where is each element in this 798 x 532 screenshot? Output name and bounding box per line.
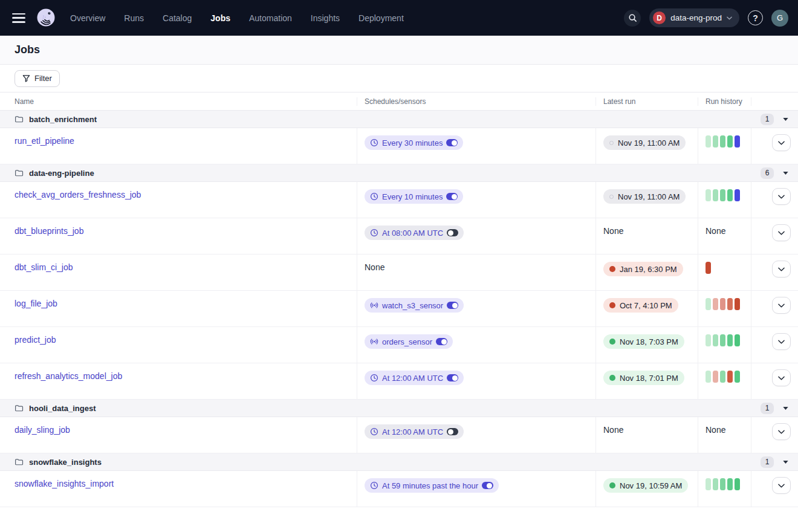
run-history-bars[interactable] [706,135,751,148]
success-icon [609,339,615,345]
sensor-icon [370,337,378,346]
nav-item-insights[interactable]: Insights [311,13,340,23]
expand-row-button[interactable] [772,369,791,386]
folder-icon [15,404,24,412]
collapse-group-button[interactable] [782,406,790,411]
collapse-group-button[interactable] [782,117,790,122]
deployment-switcher[interactable]: D data-eng-prod [649,8,739,27]
table-row: log_file_job watch_s3_sensor Oct 7, 4:10… [0,291,798,327]
table-row: predict_job orders_sensor Nov 18, 7:03 P… [0,327,798,363]
schedule-chip[interactable]: Every 10 minutes [365,189,463,204]
group-row-hooli-data-ingest[interactable]: hooli_data_ingest 1 [0,400,798,417]
latest-run-pill[interactable]: Nov 18, 7:03 PM [603,334,684,349]
failure-icon [609,266,615,272]
nav-item-automation[interactable]: Automation [249,13,292,23]
dagster-logo-icon[interactable] [35,7,57,29]
table-row: dbt_slim_ci_job None Jan 19, 6:30 PM [0,255,798,291]
table-row: dbt_blueprints_job At 08:00 AM UTC None … [0,218,798,255]
sensor-chip[interactable]: watch_s3_sensor [365,298,464,313]
toggle-on-icon[interactable] [436,338,447,345]
page-title: Jobs [15,44,40,56]
group-row-snowflake-insights[interactable]: snowflake_insights 1 [0,453,798,471]
user-avatar[interactable]: G [771,10,788,27]
toggle-off-icon[interactable] [447,428,458,435]
nav-item-jobs[interactable]: Jobs [210,13,230,23]
table-header: Name Schedules/sensors Latest run Run hi… [0,92,798,111]
run-history-bars[interactable] [706,334,751,346]
expand-row-button[interactable] [772,188,791,205]
menu-icon[interactable] [12,13,25,23]
job-link[interactable]: log_file_job [15,299,57,308]
table-row: snowflake_insights_import At 59 minutes … [0,471,798,507]
toolbar: Filter [0,65,798,92]
nav-item-overview[interactable]: Overview [70,13,105,23]
job-link[interactable]: predict_job [15,335,56,345]
in-progress-icon [609,195,614,199]
run-history-bars[interactable] [706,298,751,310]
column-header-latest-run: Latest run [596,97,698,106]
toggle-off-icon[interactable] [447,229,458,236]
expand-row-button[interactable] [772,333,791,350]
chevron-down-icon [778,340,785,344]
caret-down-icon [783,461,788,464]
search-button[interactable] [624,10,641,27]
group-row-data-eng-pipeline[interactable]: data-eng-pipeline 6 [0,164,798,182]
job-link[interactable]: dbt_blueprints_job [15,226,83,236]
toggle-on-icon[interactable] [446,139,458,146]
job-link[interactable]: snowflake_insights_import [15,479,114,488]
schedule-chip[interactable]: At 12:00 AM UTC [365,371,464,385]
latest-run-pill[interactable]: Nov 19, 10:59 AM [603,478,688,493]
schedule-chip[interactable]: At 59 minutes past the hour [365,478,499,493]
expand-row-button[interactable] [772,134,791,151]
expand-row-button[interactable] [772,477,791,494]
toggle-on-icon[interactable] [447,374,458,381]
nav-item-deployment[interactable]: Deployment [358,13,404,23]
expand-row-button[interactable] [772,297,791,314]
latest-run-pill[interactable]: Nov 18, 7:01 PM [603,371,684,385]
job-link[interactable]: check_avg_orders_freshness_job [15,190,141,199]
latest-run-pill[interactable]: Nov 19, 11:00 AM [603,135,686,150]
in-progress-icon [609,141,614,145]
filter-icon [22,74,30,82]
run-history-bars[interactable] [706,478,751,490]
collapse-group-button[interactable] [782,170,790,176]
job-link[interactable]: dbt_slim_ci_job [15,262,73,272]
success-icon [609,375,615,381]
job-link[interactable]: daily_sling_job [15,425,70,435]
schedule-chip[interactable]: At 12:00 AM UTC [365,424,464,439]
table-row: refresh_analytics_model_job At 12:00 AM … [0,363,798,400]
group-row-batch-enrichment[interactable]: batch_enrichment 1 [0,111,798,128]
latest-run-pill[interactable]: Jan 19, 6:30 PM [603,262,683,276]
run-history-bars[interactable] [706,189,751,201]
schedule-chip[interactable]: Every 30 minutes [365,135,463,150]
toggle-on-icon[interactable] [447,302,458,309]
caret-down-icon [783,118,788,121]
expand-row-button[interactable] [772,261,791,277]
toggle-on-icon[interactable] [482,482,493,489]
sensor-chip[interactable]: orders_sensor [365,334,453,349]
toggle-on-icon[interactable] [446,193,458,200]
sensor-icon [370,301,378,310]
job-link[interactable]: refresh_analytics_model_job [15,371,122,381]
help-button[interactable]: ? [748,10,763,25]
failure-icon [609,302,615,308]
nav-right: D data-eng-prod ? G [624,8,788,27]
nav-item-catalog[interactable]: Catalog [163,13,192,23]
latest-run-pill[interactable]: Oct 7, 4:10 PM [603,298,678,313]
caret-down-icon [783,172,788,175]
deployment-initial-badge: D [653,11,666,24]
group-name: batch_enrichment [29,115,97,124]
latest-run-pill[interactable]: Nov 19, 11:00 AM [603,189,686,204]
run-history-bars[interactable] [706,371,751,383]
expand-row-button[interactable] [772,224,791,241]
filter-button[interactable]: Filter [15,70,60,87]
group-name: data-eng-pipeline [29,169,94,178]
schedule-chip[interactable]: At 08:00 AM UTC [365,225,464,240]
job-link[interactable]: run_etl_pipeline [15,136,74,146]
run-history-bars[interactable] [706,262,751,274]
group-count-badge: 1 [761,456,774,468]
expand-row-button[interactable] [772,423,791,440]
caret-down-icon [783,407,788,410]
collapse-group-button[interactable] [782,459,790,465]
nav-item-runs[interactable]: Runs [124,13,144,23]
